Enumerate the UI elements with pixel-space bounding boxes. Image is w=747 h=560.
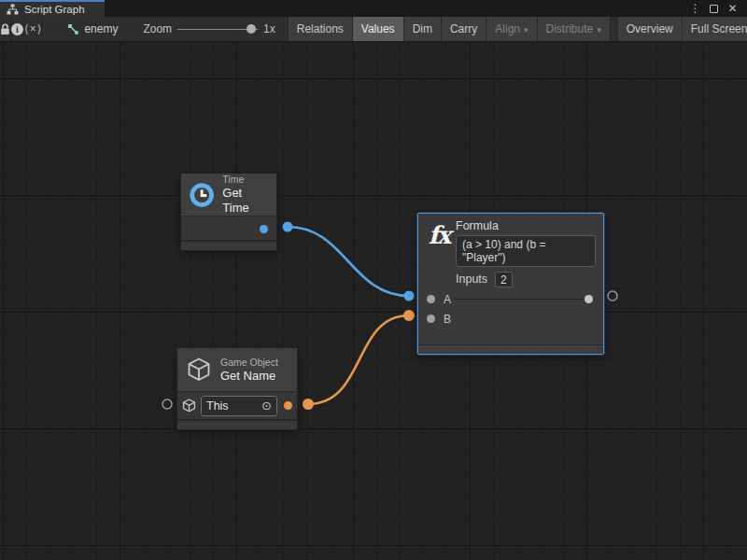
target-object-field[interactable]: This ⊙ [201,396,277,416]
values-button[interactable]: Values [352,17,403,41]
carry-button[interactable]: Carry [441,17,486,41]
target-value: This [206,399,261,413]
formula-ports: A B [418,287,603,329]
graph-breadcrumb[interactable]: enemy [67,17,118,41]
chevron-down-icon: ▾ [597,25,601,35]
info-icon: i [11,23,23,35]
info-button[interactable]: i [11,17,24,41]
zoom-value: 1x [263,22,275,35]
node-category: Time [222,174,269,186]
chevron-down-icon: ▾ [524,25,529,35]
graph-asset-icon [67,23,79,35]
wire-orange-start-dot[interactable] [303,399,314,410]
cube-icon [185,356,213,384]
lock-button[interactable] [0,17,11,41]
formula-input-port-a[interactable] [427,295,435,303]
cube-icon-small [181,398,197,413]
full-screen-button[interactable]: Full Screen [682,17,747,41]
node-formula[interactable]: fx Formula (a > 10) and (b = "Player") I… [417,213,604,355]
node-category: Game Object [220,357,278,369]
node-get-name[interactable]: Game Object Get Name This ⊙ [176,347,298,430]
toolbar-buttons: Relations Values Dim Carry Align▾ Distri… [288,17,747,41]
hierarchy-icon [7,4,19,15]
formula-header[interactable]: fx Formula (a > 10) and (b = "Player") I… [418,214,603,287]
wire-orange-end-dot[interactable] [403,310,415,321]
close-icon[interactable]: ✕ [726,1,740,16]
inputs-count-field[interactable]: 2 [495,272,513,287]
formula-output-port-ring[interactable] [608,291,617,301]
get-time-output-port[interactable] [260,225,268,233]
get-name-body: This ⊙ [177,391,297,419]
window-menu-icon[interactable]: ⋮ [688,1,702,16]
formula-input-port-b[interactable] [427,315,435,323]
zoom-label: Zoom [143,22,172,35]
wires-layer [0,42,747,560]
get-name-footer [177,419,297,429]
node-get-time[interactable]: Time Get Time [180,173,277,251]
clock-icon [189,181,215,209]
wire-gettime-to-formula-a[interactable] [288,227,409,296]
graph-name: enemy [84,22,118,35]
script-graph-window: Script Graph ⋮ ✕ i ⟨×⟩ enemy [0,0,747,560]
wire-blue-start-dot[interactable] [283,222,293,232]
code-icon: ⟨×⟩ [24,22,42,35]
node-title: Formula [456,219,596,232]
get-name-output-port[interactable] [284,401,292,410]
object-picker-icon[interactable]: ⊙ [261,399,272,412]
get-name-header[interactable]: Game Object Get Name [177,348,297,391]
wire-blue-end-dot[interactable] [404,291,415,301]
graph-canvas[interactable]: Time Get Time fx Formula (a > 10) and (b… [0,42,747,560]
wire-getname-to-formula-b[interactable] [308,315,409,404]
maximize-icon[interactable] [707,1,721,16]
overview-button[interactable]: Overview [617,17,682,41]
code-preview-button[interactable]: ⟨×⟩ [24,17,43,41]
graph-toolbar: i ⟨×⟩ enemy Zoom 1x Relations Values Dim [0,17,747,42]
formula-expression-input[interactable]: (a > 10) and (b = "Player") [456,235,596,267]
dim-button[interactable]: Dim [403,17,441,41]
zoom-control: Zoom 1x [143,17,275,41]
node-title: Get Name [220,369,278,384]
tab-title: Script Graph [24,4,85,15]
tab-script-graph[interactable]: Script Graph [0,0,105,17]
toolbar-gap [610,17,617,41]
lock-icon [0,23,10,35]
getname-target-port-ring[interactable] [162,399,172,409]
inputs-label: Inputs [456,273,487,286]
distribute-button[interactable]: Distribute▾ [537,17,610,41]
get-time-footer [181,240,276,250]
node-title: Get Time [222,186,269,216]
zoom-slider-handle[interactable] [247,24,256,34]
port-b-label: B [444,313,454,326]
align-button[interactable]: Align▾ [486,17,536,41]
relations-button[interactable]: Relations [288,17,352,41]
relation-line [452,299,591,300]
zoom-slider[interactable] [177,17,258,42]
title-bar: Script Graph ⋮ ✕ [0,0,747,17]
port-a-label: A [444,293,454,306]
formula-footer [418,344,603,354]
window-controls: ⋮ ✕ [688,0,747,17]
formula-port-row-a: A [418,289,603,309]
get-time-header[interactable]: Time Get Time [181,174,276,216]
formula-output-port[interactable] [585,295,593,303]
formula-port-row-b: B [418,309,603,329]
get-time-body [181,216,276,240]
formula-fx-icon: fx [426,219,452,251]
